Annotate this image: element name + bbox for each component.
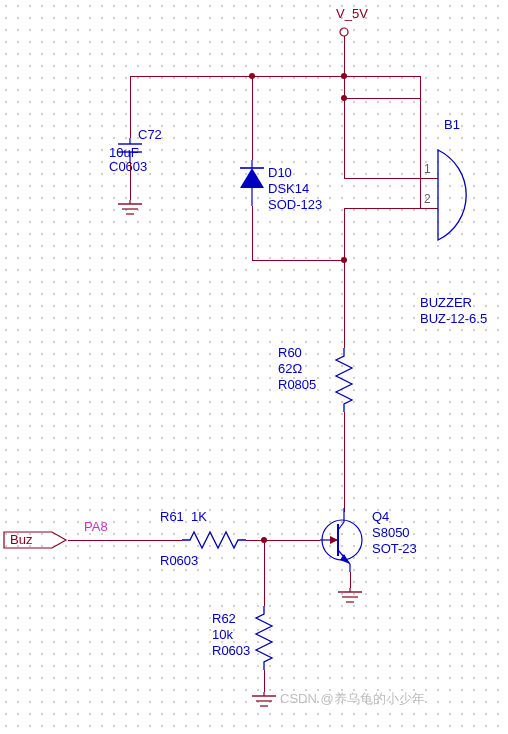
buzzer-b1: [438, 140, 508, 250]
wire: [264, 540, 265, 606]
wire: [420, 178, 421, 208]
power-5v-label: V_5V: [336, 6, 368, 21]
schematic-canvas: V_5V C72 10uF C0603 D10 DSK14 SOD-123: [0, 0, 508, 734]
svg-marker-11: [240, 168, 264, 188]
wire: [264, 670, 265, 692]
wire: [344, 208, 345, 260]
svg-point-0: [340, 28, 348, 36]
wire: [344, 162, 345, 178]
resistor-r62: [252, 606, 276, 670]
r60-footprint: R0805: [278, 378, 316, 392]
b1-name: BUZZER: [420, 296, 472, 310]
wire: [130, 76, 420, 77]
wire: [344, 36, 345, 76]
c72-footprint: C0603: [109, 160, 147, 174]
d10-part: DSK14: [268, 182, 309, 196]
wire: [252, 206, 253, 260]
q4-part: S8050: [372, 526, 410, 540]
b1-pin2: 2: [424, 192, 431, 206]
c72-ref: C72: [138, 128, 162, 142]
wire: [68, 540, 182, 541]
watermark: CSDN @养乌龟的小少年: [280, 690, 425, 708]
wire: [344, 260, 345, 348]
r62-value: 10k: [212, 628, 233, 642]
port-buz-label: Buz: [10, 532, 32, 547]
r60-ref: R60: [278, 346, 302, 360]
diode-d10: [238, 160, 266, 206]
r60-value: 62Ω: [278, 362, 302, 376]
b1-ref: B1: [444, 118, 460, 132]
wire: [344, 178, 438, 179]
gnd-symbol: [334, 588, 366, 608]
b1-pin1: 1: [424, 162, 431, 176]
wire: [252, 260, 344, 261]
wire: [344, 208, 438, 209]
wire: [344, 98, 420, 99]
gnd-symbol: [248, 692, 280, 712]
r61-ref: R61 1K: [160, 510, 207, 524]
d10-ref: D10: [268, 166, 292, 180]
resistor-r61: [182, 528, 246, 552]
b1-footprint: BUZ-12-6.5: [420, 312, 487, 326]
wire: [350, 572, 351, 588]
resistor-r60: [332, 348, 356, 412]
q4-ref: Q4: [372, 510, 389, 524]
wire: [420, 76, 421, 178]
wire: [252, 76, 253, 160]
net-pa8-label: PA8: [84, 520, 108, 534]
c72-value: 10uF: [109, 146, 139, 160]
r61-footprint: R0603: [160, 554, 198, 568]
svg-marker-17: [330, 536, 338, 544]
wire: [344, 412, 345, 512]
r62-footprint: R0603: [212, 644, 250, 658]
wire: [130, 76, 131, 138]
d10-footprint: SOD-123: [268, 198, 322, 212]
transistor-q4: [320, 508, 380, 572]
gnd-symbol: [114, 200, 146, 220]
wire: [344, 98, 345, 162]
wire: [130, 162, 131, 200]
q4-footprint: SOT-23: [372, 542, 417, 556]
r62-ref: R62: [212, 612, 236, 626]
wire: [246, 540, 320, 541]
